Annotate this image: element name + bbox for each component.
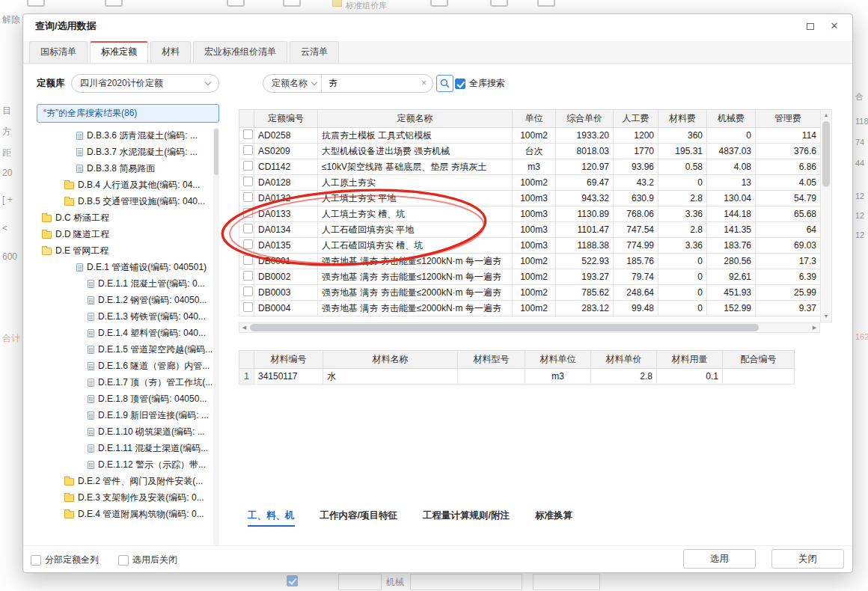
row-checkbox[interactable] — [243, 145, 253, 155]
quota-column-header[interactable]: 单位 — [513, 110, 556, 128]
select-button[interactable]: 选用 — [683, 549, 756, 569]
material-column-header[interactable]: 材料名称 — [323, 351, 458, 369]
tree-item[interactable]: D.C 桥涵工程 — [37, 209, 212, 226]
tree-item[interactable]: D.E.1.11 混凝土渠道(编码... — [37, 440, 212, 456]
tree-item[interactable]: D.B.5 交通管理设施(编码: 040... — [37, 193, 212, 209]
tree-item[interactable]: D.E 管网工程 — [37, 242, 212, 259]
quota-row[interactable]: DA0134人工石碴回填夯实 平地100m31101.47747.542.814… — [239, 222, 821, 238]
tree-item[interactable]: D.E.1.5 管道架空跨越(编码... — [37, 341, 212, 358]
tree-item[interactable]: D.E.1.2 钢管(编码: 04050... — [37, 292, 212, 308]
material-column-header[interactable]: 材料型号 — [458, 351, 525, 369]
row-checkbox[interactable] — [243, 255, 253, 265]
quota-column-header[interactable]: 材料费 — [658, 110, 707, 128]
tree-item[interactable]: D.E.3 支架制作及安装(编码: 0... — [37, 489, 212, 506]
quota-row[interactable]: AS0209大型机械设备进出场费 强夯机械台次8018.031770195.31… — [239, 144, 821, 159]
tree-scrollbar-thumb[interactable] — [214, 129, 218, 175]
row-checkbox[interactable] — [243, 224, 253, 233]
row-checkbox[interactable] — [243, 177, 253, 186]
row-checkbox[interactable] — [243, 208, 253, 218]
tree-item[interactable]: D.E.4 管道附属构筑物(编码: 0... — [37, 506, 212, 522]
scroll-left-icon[interactable]: ◀ — [239, 323, 249, 332]
quota-column-header[interactable]: 机械费 — [707, 110, 756, 128]
quota-column-header[interactable]: 定额名称 — [318, 110, 513, 128]
tree-item[interactable]: D.D 隧道工程 — [37, 226, 212, 242]
quota-row[interactable]: CD1142≤10kV架空线路 基础底层、垫层 夯填灰土m3120.9793.9… — [239, 159, 821, 175]
scrollbar-thumb[interactable] — [822, 121, 830, 187]
tree-item[interactable]: D.B.3.6 沥青混凝土(编码: ... — [37, 127, 212, 144]
row-checkbox[interactable] — [243, 161, 253, 171]
full-search-checkbox[interactable]: 全库搜索 — [455, 77, 505, 90]
tree-item[interactable]: D.E.1.3 铸铁管(编码: 040... — [37, 308, 212, 325]
quota-row[interactable]: AD0258抗震夯土模板 工具式铝模板100m21933.20120036001… — [239, 128, 821, 144]
quota-row[interactable]: DB0003强夯地基 满夯 夯击能量≤2000kN·m 每一遍夯100m2785… — [239, 285, 821, 301]
quota-row[interactable]: DA0128人工原土夯实100m269.4743.20134.05 — [239, 175, 821, 191]
dialog-tab[interactable]: 云清单 — [290, 41, 339, 63]
quota-lib-select[interactable]: 四川省2020计价定额 — [71, 74, 219, 93]
quota-column-header[interactable]: 定额编号 — [254, 110, 318, 128]
search-field-select[interactable]: 定额名称 — [263, 75, 322, 92]
tree-item[interactable]: D.B.3.8 简易路面 — [37, 160, 212, 177]
search-result-header[interactable]: “夯”的全库搜索结果(86) — [37, 104, 219, 123]
quota-row[interactable]: DA0132人工填土夯实 平地100m3943.32630.92.8130.04… — [239, 191, 821, 206]
dialog-tab[interactable]: 标准定额 — [90, 41, 148, 63]
material-column-header[interactable]: 材料编号 — [254, 351, 323, 369]
quota-cell: 100m2 — [513, 269, 556, 285]
dialog-tab[interactable]: 宏业标准组价清单 — [193, 41, 287, 63]
tree-item[interactable]: D.E.1.7 顶（夯）管工作坑(... — [37, 374, 212, 391]
material-column-header[interactable]: 配合编号 — [723, 351, 795, 369]
quota-column-header[interactable]: 人工费 — [614, 110, 658, 128]
close-icon[interactable]: ✕ — [827, 19, 842, 33]
clear-search-icon[interactable]: × — [421, 75, 427, 92]
tree-scrollbar[interactable] — [213, 127, 219, 545]
tree-item[interactable]: D.E.1.1 混凝土管(编码: 0... — [37, 275, 212, 292]
detail-tab-bar: 工、料、机工作内容/项目特征工程量计算规则/附注标准换算 — [248, 509, 572, 527]
tree-item[interactable]: D.E.1.8 顶管(编码: 04050... — [37, 391, 212, 407]
quota-vertical-scrollbar[interactable]: ▲ ▼ — [820, 109, 832, 322]
close-button[interactable]: 关闭 — [771, 549, 844, 569]
quota-row[interactable]: DA0133人工填土夯实 槽、坑100m31130.89768.063.3614… — [239, 206, 821, 222]
scroll-up-icon[interactable]: ▲ — [821, 111, 831, 120]
tree-item[interactable]: D.E.1.12 警示（示踪）带... — [37, 456, 212, 473]
row-checkbox[interactable] — [243, 239, 253, 249]
tree-item[interactable]: D.E.1 管道铺设(编码: 040501) — [37, 259, 212, 275]
detail-tab[interactable]: 工、料、机 — [248, 509, 295, 527]
tree-item[interactable]: D.E.1.10 砌筑渠道(编码: ... — [37, 423, 212, 440]
quota-row[interactable]: DB0001强夯地基 满夯 夯击能量≤1200kN·m 每一遍夯100m2522… — [239, 254, 821, 269]
scrollbar-thumb[interactable] — [250, 324, 759, 331]
tree-item[interactable]: D.E.2 管件、阀门及附件安装(... — [37, 473, 212, 489]
detail-tab[interactable]: 工程量计算规则/附注 — [423, 509, 510, 527]
footer-checkbox[interactable]: 选用后关闭 — [118, 554, 177, 566]
tree-item[interactable]: D.B.3.7 水泥混凝土(编码: ... — [37, 144, 212, 160]
row-checkbox[interactable] — [243, 129, 253, 139]
detail-tab[interactable]: 工作内容/项目特征 — [320, 509, 397, 527]
quota-horizontal-scrollbar[interactable]: ◀ ▶ — [239, 322, 820, 333]
quota-row[interactable]: DA0135人工石碴回填夯实 槽、坑100m31188.38774.993.36… — [239, 238, 821, 254]
search-input[interactable]: 夯 × — [322, 75, 433, 92]
row-checkbox[interactable] — [243, 302, 253, 312]
dialog-tab[interactable]: 国标清单 — [29, 41, 88, 63]
quota-column-header[interactable]: 管理费 — [756, 110, 821, 128]
material-column-header[interactable]: 材料用量 — [657, 351, 723, 369]
search-button[interactable] — [436, 75, 453, 92]
quota-row[interactable]: DB0004强夯地基 满夯 夯击能量≤2000kN·m 每一遍夯100m2283… — [239, 301, 821, 316]
material-column-header[interactable]: 材料单位 — [525, 351, 591, 369]
material-row[interactable]: 134150117水m32.80.1 — [239, 369, 795, 385]
maximize-button[interactable] — [803, 19, 818, 33]
row-checkbox[interactable] — [243, 192, 253, 202]
tree-item[interactable]: D.E.1.6 隧道（管廊）内管... — [37, 358, 212, 374]
row-checkbox[interactable] — [243, 271, 253, 281]
select-column-header — [239, 110, 254, 128]
detail-tab[interactable]: 标准换算 — [535, 509, 572, 527]
material-column-header[interactable]: 材料单价 — [591, 351, 657, 369]
footer-checkbox[interactable]: 分部定额全列 — [31, 554, 99, 566]
dialog-tab[interactable]: 材料 — [150, 41, 191, 63]
tree-item[interactable]: D.E.1.9 新旧管连接(编码: ... — [37, 407, 212, 423]
row-checkbox[interactable] — [243, 287, 253, 296]
tree-item[interactable]: D.B.4 人行道及其他(编码: 04... — [37, 177, 212, 193]
scroll-right-icon[interactable]: ▶ — [810, 323, 819, 332]
tree-item[interactable]: D.E.1.4 塑料管(编码: 040... — [37, 325, 212, 341]
scroll-down-icon[interactable]: ▼ — [821, 312, 831, 321]
quota-column-header[interactable]: 综合单价 — [556, 110, 614, 128]
quota-row[interactable]: DB0002强夯地基 满夯 夯击能量≤1200kN·m 每一遍夯100m2193… — [239, 269, 821, 285]
quota-cell: 人工石碴回填夯实 槽、坑 — [318, 238, 513, 254]
